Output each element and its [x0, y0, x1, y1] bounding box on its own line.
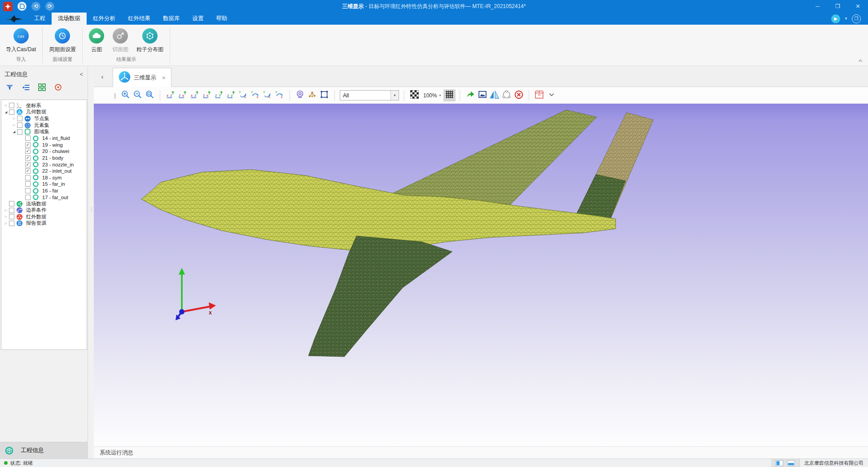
tree-item[interactable]: ▷报告资源 [1, 220, 87, 227]
tree-checkbox[interactable] [9, 103, 14, 108]
tree-checkbox[interactable]: ✓ [25, 155, 31, 161]
tree-checkbox[interactable] [25, 188, 31, 193]
tree-checkbox[interactable] [17, 129, 22, 135]
tree-item[interactable]: ▷元素集 [1, 122, 87, 129]
tree-item[interactable]: ✓22 - inlet_out [1, 168, 87, 175]
tree-item[interactable]: 15 - far_in [1, 181, 87, 188]
zoom-in-button[interactable] [119, 89, 132, 101]
panel-splitter[interactable]: ⋮ [88, 66, 94, 458]
display-filter-combobox[interactable]: All ▼ [340, 90, 399, 100]
tree-item-label[interactable]: 报告资源 [26, 220, 46, 227]
tree-item[interactable]: ▷红外数据 [1, 214, 87, 220]
help-book-icon[interactable]: ❒ [852, 14, 861, 23]
tree-item-label[interactable]: 节点集 [34, 115, 49, 122]
menu-item-infrared-result[interactable]: 红外结果 [122, 13, 157, 25]
ribbon-button-periodic-face-setting[interactable]: 周期面设置 [45, 28, 80, 53]
export-view-button[interactable] [464, 89, 476, 101]
viewport-canvas[interactable]: x [94, 104, 868, 446]
tree-checkbox[interactable] [9, 109, 14, 115]
tree-checkbox[interactable]: ✓ [25, 142, 31, 148]
tree-checkbox[interactable]: ✓ [25, 162, 31, 167]
clear-result-button[interactable] [513, 89, 525, 101]
tree-item-label[interactable]: 18 - sym [42, 175, 61, 180]
menu-item-settings[interactable]: 设置 [186, 13, 210, 25]
app-logo-icon[interactable] [3, 2, 13, 11]
run-icon[interactable]: ▶ [831, 14, 840, 23]
tree-checkbox[interactable] [17, 122, 22, 128]
tree-item[interactable]: 14 - int_fluid [1, 135, 87, 142]
view-front-button[interactable]: xz [164, 89, 176, 101]
tree-item-label[interactable]: 几何数据 [26, 109, 46, 115]
tab-close-icon[interactable]: × [162, 74, 166, 81]
view-bottom-button[interactable]: zy [225, 89, 237, 101]
tree-item[interactable]: ▷边界条件 [1, 207, 87, 214]
tree-item-label[interactable]: 19 - wing [42, 142, 63, 148]
tree-item[interactable]: ✓23 - nozzle_in [1, 161, 87, 168]
ribbon-button-import-cas-dat[interactable]: cas 导入Cas/Dat [2, 28, 40, 53]
panel-collapse-button[interactable]: < [80, 71, 83, 78]
tree-checkbox[interactable]: ✓ [25, 168, 31, 174]
tree-item[interactable]: 17 - far_out [1, 194, 87, 201]
ribbon-button-particle-distribution-map[interactable]: 粒子分布图 [132, 28, 167, 53]
box-select-button[interactable] [318, 89, 330, 101]
tree-item[interactable]: 18 - sym [1, 175, 87, 181]
tab-scroll-left-icon[interactable]: ‹ [97, 73, 107, 80]
tree-checkbox[interactable] [25, 175, 31, 180]
tree-expand-arrow[interactable]: ▷ [3, 222, 9, 225]
tree-item-label[interactable]: 面域集 [34, 128, 49, 135]
tree-item[interactable]: ▷节点集 [1, 115, 87, 122]
tree-expand-arrow[interactable]: ▷ [3, 104, 9, 107]
zoom-level-select[interactable]: 100% ▾ [423, 92, 441, 99]
tree-checkbox[interactable] [9, 201, 14, 206]
redo-icon[interactable]: ⟳ [45, 2, 54, 11]
splitter-handle[interactable]: ⋮ [89, 209, 94, 210]
tree-item[interactable]: ✓19 - wing [1, 142, 87, 148]
tree-expand-arrow[interactable]: ▷ [3, 209, 9, 212]
grid-view-icon[interactable] [38, 83, 46, 91]
restore-button[interactable]: ❐ [828, 0, 848, 13]
close-button[interactable]: ✕ [848, 0, 868, 13]
tree-checkbox[interactable] [25, 135, 31, 141]
view-right-button[interactable]: zx [201, 89, 213, 101]
tree-item[interactable]: ◢几何数据 [1, 109, 87, 116]
tree-item-label[interactable]: 16 - far [42, 188, 58, 193]
toolbar-drag-handle[interactable]: ∥ [114, 92, 116, 99]
undo-icon[interactable]: ⟲ [31, 2, 40, 11]
rotate-down-button[interactable]: Yx [261, 89, 273, 101]
filter-icon[interactable] [5, 83, 14, 91]
tree-checkbox[interactable] [9, 214, 14, 219]
ribbon-button-contour-map[interactable]: 云图 [85, 28, 108, 53]
tree-checkbox[interactable] [9, 208, 14, 213]
panel-bottom-layout-icon[interactable] [787, 460, 795, 466]
chevron-down-icon[interactable]: ▾ [439, 94, 441, 97]
tree-item[interactable]: ✓20 - chuiwei [1, 148, 87, 155]
tree-item[interactable]: 流场数据 [1, 201, 87, 207]
view-top-button[interactable]: zY [213, 89, 225, 101]
rotate-right-button[interactable]: Yx [249, 89, 261, 101]
combobox-dropdown-icon[interactable]: ▼ [390, 91, 399, 100]
zoom-out-button[interactable] [132, 89, 144, 101]
tree-item-label[interactable]: 坐标系 [26, 102, 41, 109]
tree-item-label[interactable]: 14 - int_fluid [42, 135, 70, 141]
tree-checkbox[interactable] [17, 116, 22, 121]
tree-item-label[interactable]: 21 - body [42, 155, 63, 161]
rotate-up-button[interactable]: Yx [273, 89, 285, 101]
more-options-button[interactable] [545, 89, 557, 101]
tab-3d-view[interactable]: 三维显示 × [113, 68, 171, 87]
tree-checkbox[interactable] [25, 195, 31, 200]
light-button[interactable] [294, 89, 306, 101]
ribbon-collapse-icon[interactable]: ˄ [858, 58, 862, 63]
tree-item-label[interactable]: 20 - chuiwei [42, 148, 69, 154]
tree-item-label[interactable]: 流场数据 [26, 201, 46, 207]
tree-item[interactable]: ▷Yzx坐标系 [1, 102, 87, 109]
view-back-button[interactable]: zx [176, 89, 189, 101]
rotate-left-button[interactable]: Yx [237, 89, 249, 101]
chevron-down-icon[interactable]: ▼ [844, 17, 848, 21]
locate-target-icon[interactable] [54, 83, 62, 91]
minimize-button[interactable]: ─ [807, 0, 828, 13]
snapshot-button[interactable] [476, 89, 488, 101]
tree-item-label[interactable]: 红外数据 [26, 214, 46, 220]
transparency-button[interactable] [408, 89, 421, 101]
view-left-button[interactable]: xz [189, 89, 201, 101]
tree-item[interactable]: 16 - far [1, 188, 87, 194]
